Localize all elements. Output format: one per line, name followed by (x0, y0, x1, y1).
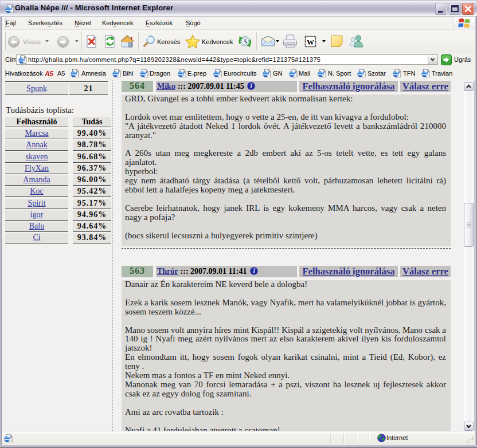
svg-text:W: W (307, 38, 314, 46)
